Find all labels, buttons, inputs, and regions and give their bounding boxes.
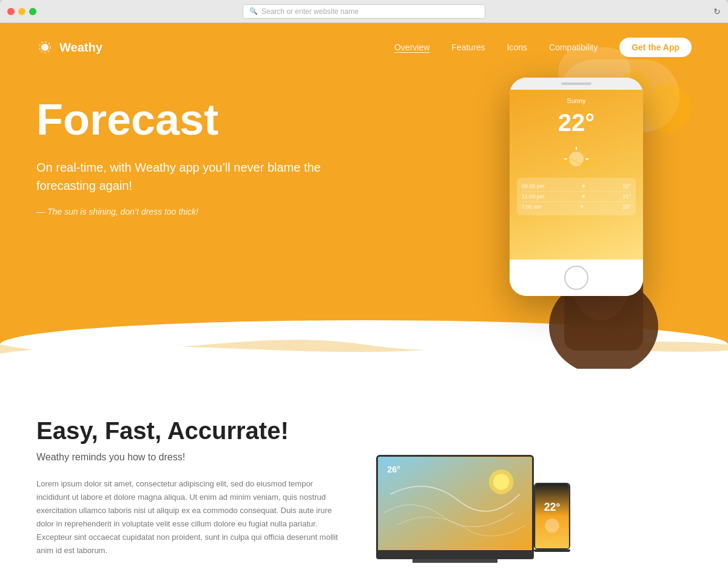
sun-logo-icon bbox=[36, 39, 53, 56]
phone-bottom-bar bbox=[510, 260, 643, 296]
phone-table-row-1: 09:00 pm ☀ 22° bbox=[522, 181, 631, 192]
laptop-screen: 26° bbox=[376, 455, 534, 552]
section-text: Easy, Fast, Accurrate! Weathy reminds yo… bbox=[36, 417, 340, 558]
close-button[interactable] bbox=[7, 8, 15, 15]
browser-window: 🔍 Search or enter website name ↻ bbox=[0, 0, 728, 578]
laptop-base bbox=[376, 552, 534, 559]
url-bar[interactable]: 🔍 Search or enter website name bbox=[243, 4, 485, 19]
hero-content: Forecast On real-time, with Weathy app y… bbox=[0, 72, 364, 217]
features-body: Lorem ipsum dolor sit amet, consectetur … bbox=[36, 477, 340, 558]
search-icon: 🔍 bbox=[249, 7, 258, 15]
features-inner: Easy, Fast, Accurrate! Weathy reminds yo… bbox=[36, 417, 692, 563]
sun-small-icon-3: ☀ bbox=[579, 204, 584, 210]
phone-home-button bbox=[564, 266, 588, 290]
laptop-screen-inner: 26° bbox=[378, 457, 532, 550]
phone-table-row-2: 11:00 pm ☀ 21° bbox=[522, 192, 631, 202]
laptop-stand bbox=[413, 559, 497, 563]
phone-temperature: 22° bbox=[517, 109, 636, 136]
features-title: Easy, Fast, Accurrate! bbox=[36, 417, 340, 445]
nav-links: Overview Features Icons Compatibility Ge… bbox=[394, 38, 692, 57]
laptop-mockup: 26° bbox=[376, 455, 534, 563]
hero-subtitle: On real-time, with Weathy app you’ll nev… bbox=[36, 158, 328, 195]
hero-tagline: — The sun is shining, don’t dress too th… bbox=[36, 207, 328, 217]
features-subtitle: Weathy reminds you how to dress! bbox=[36, 452, 340, 463]
phone-mockup-wrapper: Sunny 22° bbox=[437, 47, 667, 363]
sun-small-icon-2: ☀ bbox=[581, 193, 586, 200]
nav-link-icons[interactable]: Icons bbox=[507, 42, 527, 52]
refresh-button[interactable]: ↻ bbox=[713, 7, 721, 16]
phone-weather-icon bbox=[517, 144, 636, 168]
phone-table-row-3: 7:00 am ☀ 20° bbox=[522, 202, 631, 212]
small-phone-mockup: 22° bbox=[534, 483, 570, 552]
hero-section: Weathy Overview Features Icons Compatibi… bbox=[0, 23, 728, 369]
phone-device: Sunny 22° bbox=[510, 78, 643, 296]
phone-forecast-table: 09:00 pm ☀ 22° 11:00 pm ☀ 21° 7:00 am bbox=[517, 178, 636, 215]
nav-link-overview[interactable]: Overview bbox=[394, 42, 430, 52]
browser-titlebar: 🔍 Search or enter website name ↻ bbox=[0, 0, 728, 23]
phone-screen: Sunny 22° bbox=[510, 90, 643, 260]
svg-point-29 bbox=[545, 519, 559, 533]
logo-text: Weathy bbox=[59, 41, 103, 55]
small-phone-screen: 22° bbox=[534, 483, 570, 549]
url-text: Search or enter website name bbox=[261, 7, 359, 16]
small-phone-inner: 22° bbox=[535, 484, 569, 548]
svg-point-0 bbox=[41, 44, 49, 51]
laptop-screen-content: 26° bbox=[378, 457, 532, 550]
sun-small-icon-1: ☀ bbox=[581, 183, 586, 189]
svg-text:26°: 26° bbox=[387, 465, 400, 474]
svg-rect-27 bbox=[536, 484, 569, 548]
small-phone-base bbox=[534, 549, 570, 552]
phone-speaker bbox=[561, 82, 592, 85]
maximize-button[interactable] bbox=[29, 8, 36, 15]
hero-title: Forecast bbox=[36, 96, 328, 144]
phone-weather-label: Sunny bbox=[517, 97, 636, 104]
svg-point-17 bbox=[493, 474, 509, 489]
phone-top-bar bbox=[510, 78, 643, 90]
logo[interactable]: Weathy bbox=[36, 39, 103, 56]
features-section: Easy, Fast, Accurrate! Weathy reminds yo… bbox=[0, 369, 728, 578]
device-showcase: 26° bbox=[376, 417, 570, 563]
page-content: Weathy Overview Features Icons Compatibi… bbox=[0, 23, 728, 578]
nav-link-compatibility[interactable]: Compatibility bbox=[549, 42, 598, 52]
navigation: Weathy Overview Features Icons Compatibi… bbox=[0, 23, 728, 72]
minimize-button[interactable] bbox=[18, 8, 25, 15]
nav-link-features[interactable]: Features bbox=[451, 42, 485, 52]
get-app-button[interactable]: Get the App bbox=[619, 38, 692, 57]
window-controls bbox=[7, 8, 36, 15]
svg-text:22°: 22° bbox=[544, 501, 561, 513]
